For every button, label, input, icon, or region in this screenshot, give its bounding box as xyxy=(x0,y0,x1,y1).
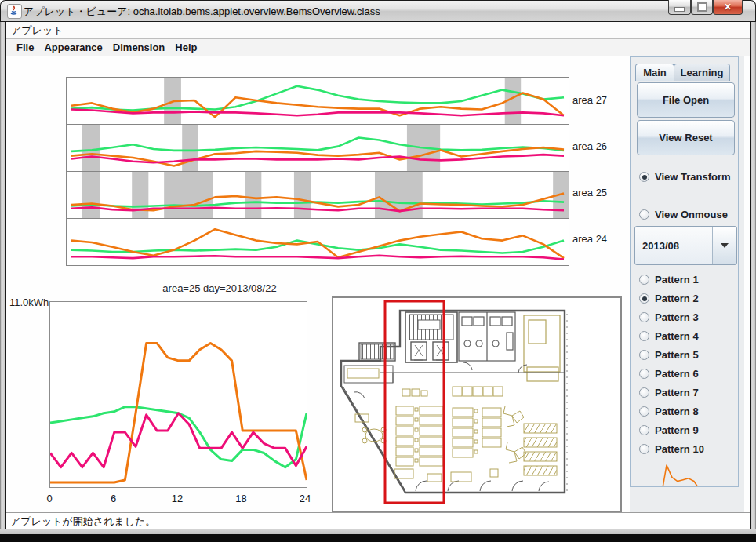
view-reset-button[interactable]: View Reset xyxy=(637,120,735,155)
radio-icon xyxy=(639,387,649,398)
maximize-icon xyxy=(697,2,707,12)
radio-icon xyxy=(639,312,649,322)
preview-orange-line xyxy=(634,465,738,486)
menu-help[interactable]: Help xyxy=(175,42,197,53)
month-combobox[interactable]: 2013/08 xyxy=(634,226,737,265)
strip-label-area-26: area 26 xyxy=(572,140,607,152)
area-24-magenta-line xyxy=(71,256,564,260)
desktop-background-strip xyxy=(0,534,756,542)
strip-label-area-24: area 24 xyxy=(572,233,607,245)
pattern-preview-chart xyxy=(634,458,738,486)
day-chart-ymax-label: 11.0kWh xyxy=(9,296,49,308)
missing-data-band xyxy=(164,172,213,218)
strip-area-24[interactable] xyxy=(66,218,569,266)
day-chart[interactable] xyxy=(49,301,307,488)
window-border-right xyxy=(750,22,756,529)
radio-icon xyxy=(639,350,649,360)
radio-icon xyxy=(639,293,649,304)
control-panel: Main Learning File Open View Reset 2013/… xyxy=(630,56,744,512)
menu-applet[interactable]: アプレット xyxy=(6,24,68,38)
radio-view-transform[interactable]: View Transform xyxy=(639,171,731,183)
radio-pattern-10[interactable]: Pattern 10 xyxy=(639,443,704,455)
radio-label: Pattern 3 xyxy=(655,311,699,323)
plan-right-room xyxy=(524,315,560,381)
close-button[interactable]: ✕ xyxy=(713,0,743,15)
tab-main[interactable]: Main xyxy=(635,64,674,81)
missing-data-band xyxy=(82,125,100,171)
close-icon: ✕ xyxy=(724,2,732,13)
radio-pattern-2[interactable]: Pattern 2 xyxy=(639,293,699,304)
month-combobox-value: 2013/08 xyxy=(635,240,712,252)
menu-file[interactable]: File xyxy=(16,42,34,53)
java-applet-icon xyxy=(7,4,22,19)
strip-label-area-25: area 25 xyxy=(572,187,607,198)
applet-content: area 27area 26area 25area 24 area=25 day… xyxy=(6,56,750,512)
missing-data-band xyxy=(245,172,261,218)
strip-area-25[interactable] xyxy=(66,171,569,219)
plan-shelves xyxy=(524,424,557,475)
day-x-tick-18: 18 xyxy=(232,493,251,504)
overview-strip-charts xyxy=(66,78,569,266)
application-menubar: FileAppearanceDimensionHelp xyxy=(6,39,750,56)
plan-desk-clusters xyxy=(347,369,503,482)
radio-pattern-3[interactable]: Pattern 3 xyxy=(639,311,699,323)
radio-icon xyxy=(639,275,649,285)
radio-pattern-5[interactable]: Pattern 5 xyxy=(639,349,699,361)
floor-plan[interactable] xyxy=(332,296,622,513)
window-title: アプレット・ビューア: ocha.itolab.bems.applet.over… xyxy=(24,5,380,19)
missing-data-band xyxy=(182,125,198,171)
radio-label: Pattern 1 xyxy=(655,274,699,286)
radio-icon xyxy=(639,331,649,341)
minimize-button[interactable] xyxy=(668,0,691,15)
radio-pattern-8[interactable]: Pattern 8 xyxy=(639,406,699,417)
status-text: アプレットが開始されました。 xyxy=(10,515,155,529)
file-open-button[interactable]: File Open xyxy=(637,82,735,118)
day-x-tick-6: 6 xyxy=(104,493,123,504)
menu-dimension[interactable]: Dimension xyxy=(113,42,165,53)
combobox-dropdown-button[interactable] xyxy=(712,227,736,264)
chevron-down-icon xyxy=(721,243,729,248)
title-bar[interactable]: アプレット・ビューア: ocha.itolab.bems.applet.over… xyxy=(0,0,756,22)
missing-data-band xyxy=(294,172,311,218)
radio-label: Pattern 9 xyxy=(655,424,699,436)
day-x-tick-24: 24 xyxy=(296,493,314,504)
radio-icon xyxy=(639,406,649,417)
radio-icon xyxy=(639,172,649,182)
radio-icon xyxy=(639,444,649,454)
radio-label: Pattern 6 xyxy=(655,368,699,380)
window-border-left xyxy=(0,22,6,529)
plan-pinwheel-desks xyxy=(503,406,526,463)
day-chart-title: area=25 day=2013/08/22 xyxy=(118,282,322,294)
radio-label: Pattern 2 xyxy=(655,293,699,304)
radio-icon xyxy=(639,369,649,379)
tab-learning[interactable]: Learning xyxy=(674,64,730,81)
radio-pattern-7[interactable]: Pattern 7 xyxy=(639,387,699,398)
radio-label: Pattern 10 xyxy=(655,443,704,455)
area-26-green-line xyxy=(71,138,564,151)
radio-view-onmouse[interactable]: View Onmouse xyxy=(639,209,728,220)
radio-pattern-6[interactable]: Pattern 6 xyxy=(639,368,699,380)
minimize-icon xyxy=(674,7,685,12)
strip-area-27[interactable] xyxy=(66,77,569,125)
plan-door-arcs xyxy=(354,362,549,491)
radio-label: View Onmouse xyxy=(655,209,728,220)
radio-label: Pattern 5 xyxy=(655,349,699,361)
plan-stair-core xyxy=(405,312,457,362)
radio-label: Pattern 8 xyxy=(655,406,699,417)
radio-label: Pattern 4 xyxy=(655,330,699,342)
radio-pattern-4[interactable]: Pattern 4 xyxy=(639,330,699,342)
radio-icon xyxy=(639,209,649,220)
missing-data-band xyxy=(82,172,100,218)
maximize-button[interactable] xyxy=(691,0,713,15)
radio-label: View Transform xyxy=(655,171,731,183)
strip-label-area-27: area 27 xyxy=(572,94,607,106)
plan-left-stairs xyxy=(344,343,395,383)
strip-area-26[interactable] xyxy=(66,124,569,172)
application-window: アプレット・ビューア: ocha.itolab.bems.applet.over… xyxy=(0,0,756,535)
day-x-tick-0: 0 xyxy=(40,493,59,504)
radio-pattern-9[interactable]: Pattern 9 xyxy=(639,424,699,436)
status-bar: アプレットが開始されました。 xyxy=(6,512,750,529)
menu-appearance[interactable]: Appearance xyxy=(44,42,102,53)
radio-label: Pattern 7 xyxy=(655,387,699,398)
radio-pattern-1[interactable]: Pattern 1 xyxy=(639,274,699,286)
